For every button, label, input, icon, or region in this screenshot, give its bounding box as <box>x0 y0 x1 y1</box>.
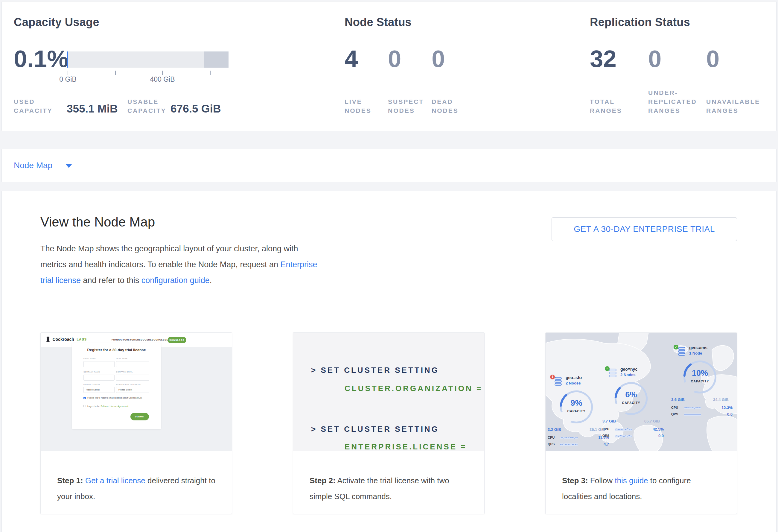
qps-label: QPS <box>603 434 609 438</box>
capacity-percent: 9% <box>558 398 594 408</box>
reason-label: REASON FOR INTEREST? <box>116 384 141 385</box>
capacity-gauge: 10% CAPACITY <box>682 359 718 395</box>
trial-site-footer <box>41 451 232 456</box>
capacity-min: 3.7 GiB <box>603 419 616 424</box>
submit-button: SUBMIT <box>131 413 149 421</box>
sql-command-1: > SET CLUSTER SETTING <box>311 366 439 375</box>
form-title: Register for a 30-day trial license <box>72 348 161 352</box>
usable-capacity-value: 676.5 GiB <box>170 103 221 115</box>
nav-docs: DOCS <box>141 338 148 341</box>
database-stack-icon <box>678 347 686 356</box>
email-updates-checkbox-row: ✓I would like to receive email updates a… <box>83 396 142 399</box>
capacity-label: CAPACITY <box>558 409 594 413</box>
promo-text-2: and refer to this <box>81 276 142 285</box>
database-stack-icon <box>554 377 562 386</box>
cpu-label: CPU <box>548 436 555 439</box>
capacity-gauge: 6% CAPACITY <box>613 381 649 416</box>
cpu-label: CPU <box>671 406 678 409</box>
suspect-nodes-label: SUSPECT NODES <box>388 97 427 115</box>
configuration-guide-link[interactable]: configuration guide <box>142 276 210 285</box>
capacity-label: CAPACITY <box>613 401 649 404</box>
get-enterprise-trial-button[interactable]: GET A 30-DAY ENTERPRISE TRIAL <box>552 217 737 241</box>
capacity-bar-reserved <box>204 52 229 68</box>
sql-command-2: > SET CLUSTER SETTING <box>311 425 439 434</box>
brand-suffix: LABS <box>77 337 87 341</box>
company-name-field <box>83 375 114 381</box>
checkbox-checked-icon: ✓ <box>83 397 86 399</box>
locality-node-count: 1 Node <box>689 351 702 356</box>
checkbox-empty-icon <box>83 405 86 407</box>
cockroach-icon <box>46 336 50 342</box>
first-name-field <box>83 361 114 367</box>
capacity-percent: 6% <box>613 390 649 399</box>
axis-tick-label: 400 GiB <box>150 75 175 83</box>
promo-text-1: The Node Map shows the geographical layo… <box>41 244 298 269</box>
qps-sparkline <box>560 442 577 446</box>
email-updates-text: I would like to receive email updates ab… <box>87 396 142 399</box>
locality-name: geo=nyc <box>620 367 637 372</box>
capacity-gauge: 9% CAPACITY <box>558 389 594 425</box>
last-name-field <box>116 361 149 367</box>
capacity-usage-title: Capacity Usage <box>14 16 99 29</box>
sql-code-block: > SET CLUSTER SETTING CLUSTER.ORGANIZATI… <box>293 333 484 451</box>
step-3-card: 1 geo=sfo 2 Nodes <box>545 332 737 514</box>
promo-description: The Node Map shows the geographical layo… <box>41 241 324 289</box>
qps-label: QPS <box>548 442 555 446</box>
locality-node-count: 2 Nodes <box>566 381 581 385</box>
cockroach-labs-logo: Cockroach LABS <box>46 336 87 344</box>
node-map-thumbnail: 1 geo=sfo 2 Nodes <box>546 333 737 451</box>
qps-sparkline <box>684 412 701 416</box>
step-1-caption: Step 1: Get a trial license delivered st… <box>57 473 217 505</box>
step-3-label: Step 3: <box>562 476 588 485</box>
this-guide-link[interactable]: this guide <box>615 476 648 485</box>
first-name-label: FIRST NAME <box>83 358 96 359</box>
unavailable-label: UNAVAILABLE RANGES <box>706 97 763 115</box>
used-capacity-value: 355.1 MiB <box>67 103 118 115</box>
project-phase-label: PROJECT PHASE <box>83 384 100 385</box>
qps-value: 0.0 <box>727 412 732 416</box>
used-capacity-label: USED CAPACITY <box>14 97 59 115</box>
capacity-percent: 10% <box>682 369 718 378</box>
suspect-nodes-value: 0 <box>388 45 401 73</box>
step-3-pre: Follow <box>588 476 615 485</box>
trial-registration-form: Register for a 30-day trial license FIRS… <box>72 343 161 429</box>
dead-nodes-label: DEAD NODES <box>432 97 465 115</box>
node-map-dropdown-bar[interactable]: Node Map <box>1 149 777 182</box>
chevron-down-icon <box>66 164 72 168</box>
download-button: DOWNLOAD <box>167 337 186 343</box>
node-map-dropdown-label[interactable]: Node Map <box>14 161 52 170</box>
capacity-max: 65.7 GiB <box>644 419 660 424</box>
total-ranges-value: 32 <box>590 45 617 73</box>
capacity-percent: 0.1% <box>14 45 68 73</box>
company-email-field <box>116 375 149 381</box>
unavailable-value: 0 <box>706 45 720 73</box>
axis-tick <box>162 71 163 75</box>
capacity-min: 3.6 GiB <box>671 397 685 402</box>
usable-capacity-label: USABLE CAPACITY <box>128 97 175 115</box>
divider <box>41 313 737 313</box>
step-2-caption: Step 2: Activate the trial license with … <box>310 473 470 505</box>
database-stack-icon <box>609 368 617 378</box>
get-trial-license-link[interactable]: Get a trial license <box>85 476 145 485</box>
promo-text-3: . <box>210 276 212 285</box>
node-status-title: Node Status <box>344 16 411 29</box>
cpu-value: 42.5% <box>653 427 664 432</box>
locality-node-count: 2 Nodes <box>620 373 636 377</box>
agree-text: I agree to the <box>87 405 100 407</box>
capacity-bar-used <box>67 52 68 68</box>
axis-tick <box>210 71 211 75</box>
trial-site-screenshot: Cockroach LABS PRODUCT CUSTOMERS DOCS RE… <box>41 333 232 456</box>
locality-name: geo=ams <box>689 345 707 350</box>
step-2-label: Step 2: <box>310 476 336 485</box>
dead-nodes-value: 0 <box>432 45 445 73</box>
cpu-sparkline <box>615 427 632 432</box>
capacity-label: CAPACITY <box>682 379 718 383</box>
cpu-label: CPU <box>603 427 609 431</box>
step-1-pre <box>83 476 85 485</box>
nav-product: PRODUCT <box>111 338 125 341</box>
reason-select: Please Select <box>116 387 149 393</box>
qps-sparkline <box>615 434 632 438</box>
step-3-caption: Step 3: Follow this guide to configure l… <box>562 473 722 505</box>
sql-setting-2: ENTERPRISE.LICENSE = <box>344 442 467 452</box>
axis-tick <box>68 71 68 75</box>
